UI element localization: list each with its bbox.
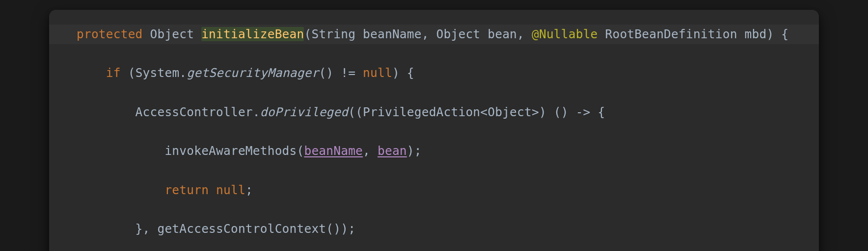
literal-null: null — [216, 183, 245, 197]
keyword-if: if — [106, 66, 121, 80]
call-doPrivileged: doPrivileged — [260, 105, 348, 119]
param-beanName: beanName — [363, 27, 422, 41]
type-object: Object — [436, 27, 481, 41]
code-line[interactable]: AccessController.doPrivileged((Privilege… — [49, 102, 819, 122]
code-line[interactable]: protected Object initializeBean(String b… — [49, 25, 819, 44]
type-string: String — [311, 27, 355, 41]
keyword-return: return — [164, 183, 209, 197]
code-editor-card: protected Object initializeBean(String b… — [49, 10, 819, 251]
param-mbd: mbd — [745, 27, 767, 41]
literal-null: null — [363, 66, 392, 80]
keyword-protected: protected — [77, 27, 143, 41]
captured-var-bean: bean — [378, 144, 407, 158]
call-getAccessControlContext: getAccessControlContext — [157, 222, 326, 236]
captured-var-beanName: beanName — [304, 144, 363, 158]
code-line[interactable]: }, getAccessControlContext()); — [49, 219, 819, 239]
param-bean: bean — [488, 27, 517, 41]
code-block[interactable]: protected Object initializeBean(String b… — [49, 25, 819, 251]
type-object: Object — [488, 105, 532, 119]
method-name-initializeBean: initializeBean — [201, 27, 304, 41]
class-accesscontroller: AccessController — [136, 105, 253, 119]
call-getSecurityManager: getSecurityManager — [187, 66, 319, 80]
class-system: System — [136, 66, 180, 80]
type-rootbeandefinition: RootBeanDefinition — [605, 27, 737, 41]
code-line[interactable]: return null; — [49, 180, 819, 200]
type-privilegedaction: PrivilegedAction — [363, 105, 480, 119]
code-line[interactable]: invokeAwareMethods(beanName, bean); — [49, 141, 819, 161]
type-object: Object — [150, 27, 194, 41]
annotation-nullable: @Nullable — [532, 27, 598, 41]
code-line[interactable]: if (System.getSecurityManager() != null)… — [49, 63, 819, 83]
call-invokeAwareMethods: invokeAwareMethods — [164, 144, 297, 158]
